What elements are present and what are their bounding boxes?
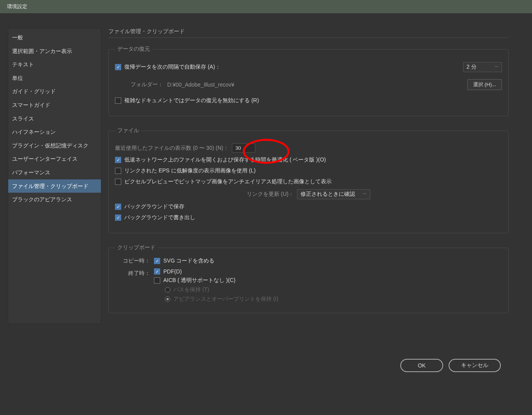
legend-data-recovery: データの復元 — [115, 46, 152, 53]
ok-button[interactable]: OK — [400, 359, 443, 372]
sidebar-item-black[interactable]: ブラックのアピアランス — [8, 193, 101, 206]
label-preserve-paths: パスを保持 (T) — [173, 286, 209, 293]
label-autosave: 復帰データを次の間隔で自動保存 (A)： — [124, 64, 221, 71]
sidebar-item-general[interactable]: 一般 — [8, 31, 101, 44]
sidebar-item-performance[interactable]: パフォーマンス — [8, 166, 101, 179]
sidebar-item-units[interactable]: 単位 — [8, 71, 101, 85]
cancel-button[interactable]: キャンセル — [449, 359, 501, 372]
panel-heading: ファイル管理・クリップボード — [108, 28, 509, 38]
footer-buttons: OK キャンセル — [400, 359, 501, 372]
label-on-quit: 終了時： — [115, 268, 150, 277]
sidebar-item-file-clipboard[interactable]: ファイル管理・クリップボード — [8, 179, 101, 193]
group-file: ファイル 最近使用したファイルの表示数 (0 〜 30) (N)： ✓ 低速ネッ… — [108, 127, 509, 233]
label-folder: フォルダー： — [131, 81, 163, 88]
sidebar-item-selection[interactable]: 選択範囲・アンカー表示 — [8, 44, 101, 58]
choose-folder-button[interactable]: 選択 (H)... — [467, 79, 502, 90]
group-clipboard: クリップボード コピー時： ✓ SVG コードを含める 終了時： ✓ PDF(D… — [108, 244, 509, 313]
sidebar-item-ui[interactable]: ユーザーインターフェイス — [8, 152, 101, 166]
chevron-down-icon: ﹀ — [495, 64, 498, 70]
radio-preserve-appearance[interactable] — [165, 296, 170, 302]
checkbox-optimize-network[interactable]: ✓ — [115, 157, 121, 163]
sidebar-item-text[interactable]: テキスト — [8, 58, 101, 71]
group-data-recovery: データの復元 ✓ 復帰データを次の間隔で自動保存 (A)： 2 分 ﹀ フォルダ… — [108, 46, 509, 116]
legend-clipboard: クリップボード — [115, 244, 158, 251]
checkbox-aicb[interactable] — [154, 277, 160, 284]
sidebar-item-hyphenation[interactable]: ハイフネーション — [8, 125, 101, 139]
label-disable-complex: 複雑なドキュメントではデータの復元を無効にする (R) — [124, 97, 259, 104]
label-pixelpreview: ピクセルプレビューでビットマップ画像をアンチエイリアス処理した画像として表示 — [124, 178, 332, 185]
checkbox-autosave[interactable]: ✓ — [115, 64, 121, 70]
label-recent-files: 最近使用したファイルの表示数 (0 〜 30) (N)： — [115, 145, 229, 152]
label-preserve-appearance: アピアランスとオーバープリントを保持 (I) — [173, 296, 278, 303]
dropdown-autosave-interval[interactable]: 2 分 ﹀ — [463, 62, 502, 72]
label-pdf: PDF(D) — [163, 268, 182, 275]
label-optimize-network: 低速ネットワーク上のファイルを開くおよび保存する時間を最適化 ( ベータ版 )(… — [124, 156, 326, 163]
sidebar-item-slices[interactable]: スライス — [8, 112, 101, 126]
label-bg-export: バックグラウンドで書き出し — [124, 214, 195, 221]
label-bg-save: バックグラウンドで保存 — [124, 203, 184, 210]
checkbox-disable-complex[interactable] — [115, 98, 121, 104]
sidebar-item-guides[interactable]: ガイド・グリッド — [8, 85, 101, 98]
folder-path: D:¥00_Adobe_Illust_recov¥ — [167, 82, 234, 88]
radio-preserve-paths[interactable] — [165, 287, 170, 293]
content-panel: ファイル管理・クリップボード データの復元 ✓ 復帰データを次の間隔で自動保存 … — [108, 28, 524, 324]
checkbox-bg-export[interactable]: ✓ — [115, 215, 121, 221]
checkbox-bg-save[interactable]: ✓ — [115, 204, 121, 210]
label-update-links: リンクを更新 (U)： — [247, 191, 294, 198]
label-svg: SVG コードを含める — [163, 257, 214, 264]
legend-file: ファイル — [115, 127, 141, 134]
checkbox-svg[interactable]: ✓ — [154, 258, 160, 264]
chevron-down-icon: ﹀ — [363, 192, 367, 197]
checkbox-pdf[interactable]: ✓ — [154, 268, 160, 275]
main-area: 一般 選択範囲・アンカー表示 テキスト 単位 ガイド・グリッド スマートガイド … — [0, 13, 532, 332]
dropdown-update-links-value: 修正されるときに確認 — [300, 191, 355, 198]
titlebar: 環境設定 — [0, 0, 532, 13]
checkbox-pixelpreview[interactable] — [115, 179, 121, 185]
window-title: 環境設定 — [7, 3, 27, 10]
label-eps: リンクされた EPS に低解像度の表示用画像を使用 (L) — [124, 167, 256, 174]
input-recent-files[interactable] — [232, 144, 255, 153]
dropdown-autosave-value: 2 分 — [467, 64, 477, 71]
sidebar: 一般 選択範囲・アンカー表示 テキスト 単位 ガイド・グリッド スマートガイド … — [8, 28, 101, 324]
sidebar-item-smartguides[interactable]: スマートガイド — [8, 98, 101, 112]
label-aicb: AICB ( 透明サポートなし )(C) — [163, 277, 235, 284]
sidebar-item-plugins[interactable]: プラグイン・仮想記憶ディスク — [8, 139, 101, 153]
checkbox-eps[interactable] — [115, 168, 121, 174]
dropdown-update-links[interactable]: 修正されるときに確認 ﹀ — [297, 189, 370, 199]
label-on-copy: コピー時： — [115, 257, 150, 264]
